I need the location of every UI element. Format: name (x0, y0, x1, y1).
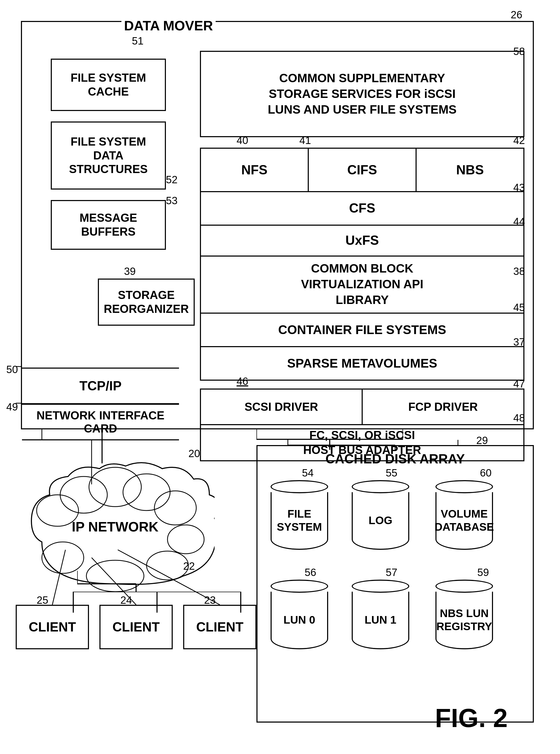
ref-48: 48 (514, 412, 525, 424)
ref-55: 55 (386, 467, 398, 479)
ref-53: 53 (166, 195, 178, 207)
ref-41: 41 (299, 135, 311, 146)
storage-reorg-box: STORAGE REORGANIZER (98, 278, 195, 326)
ref-44: 44 (514, 216, 525, 228)
cached-disk-label: CACHED DISK ARRAY (325, 451, 465, 466)
ref-29: 29 (476, 434, 488, 446)
client-25-box: CLIENT (16, 605, 89, 649)
ref-58: 58 (514, 45, 525, 57)
ref-23: 23 (204, 594, 216, 606)
data-mover-label: DATA MOVER (121, 18, 216, 34)
file-system-cache-box: FILE SYSTEM CACHE (51, 59, 166, 111)
ref-52: 52 (166, 174, 178, 186)
ref-25: 25 (37, 594, 48, 606)
volume-db-cylinder: VOLUME DATABASE (436, 480, 493, 550)
ref-39: 39 (124, 266, 136, 277)
cloud-to-junction-line (77, 571, 234, 597)
svg-point-23 (60, 477, 107, 513)
svg-text:IP NETWORK: IP NETWORK (72, 519, 159, 534)
ref-43: 43 (514, 182, 525, 193)
ref-22: 22 (183, 560, 195, 572)
ref-50: 50 (6, 364, 18, 375)
lun0-cyl-label: LUN 0 (283, 614, 315, 626)
ref-45: 45 (514, 302, 525, 313)
protocol-row: NFS CIFS NBS (200, 148, 524, 192)
cbv-row: COMMON BLOCK VIRTUALIZATION API LIBRARY (200, 256, 524, 314)
client-24-box: CLIENT (99, 605, 173, 649)
log-cylinder: LOG (352, 480, 409, 550)
message-buffers-box: MESSAGE BUFFERS (51, 200, 166, 250)
cached-disk-box: CACHED DISK ARRAY FILE SYSTEM 54 LOG 55 … (257, 445, 534, 722)
sparse-row: SPARSE METAVOLUMES (200, 347, 524, 381)
svg-point-30 (42, 542, 84, 573)
figure-label: FIG. 2 (435, 703, 508, 733)
svg-point-26 (154, 491, 196, 525)
svg-point-25 (123, 474, 170, 510)
uxfs-row: UxFS (200, 225, 524, 256)
ref-46: 46 (237, 375, 248, 387)
file-system-cylinder: FILE SYSTEM (271, 480, 328, 550)
message-buffers-label: MESSAGE BUFFERS (80, 211, 137, 239)
svg-point-27 (167, 525, 204, 554)
data-mover-box: DATA MOVER 26 51 FILE SYSTEM CACHE FILE … (21, 21, 534, 429)
hba-to-disk-line (257, 429, 403, 450)
client-23-box: CLIENT (183, 605, 257, 649)
file-system-data-box: FILE SYSTEM DATA STRUCTURES (51, 121, 166, 190)
ref-38: 38 (514, 266, 525, 277)
container-fs-row: CONTAINER FILE SYSTEMS (200, 313, 524, 347)
storage-reorg-label: STORAGE REORGANIZER (104, 288, 189, 316)
cfs-row: CFS (200, 192, 524, 226)
supplementary-box: COMMON SUPPLEMENTARY STORAGE SERVICES FO… (200, 51, 524, 137)
file-system-data-label: FILE SYSTEM DATA STRUCTURES (69, 135, 148, 176)
ref-24: 24 (120, 594, 132, 606)
tcpip-row: TCP/IP (22, 368, 179, 404)
diagram: DATA MOVER 26 51 FILE SYSTEM CACHE FILE … (0, 0, 560, 754)
lun0-cylinder: LUN 0 (271, 580, 328, 649)
ref-26: 26 (511, 9, 523, 21)
log-cyl-label: LOG (369, 514, 393, 527)
file-system-cache-label: FILE SYSTEM CACHE (71, 71, 146, 99)
file-system-cyl-label: FILE SYSTEM (277, 507, 322, 534)
ref-37: 37 (514, 336, 525, 348)
ref-57: 57 (386, 566, 398, 578)
lun1-cyl-label: LUN 1 (364, 614, 396, 626)
nbs-lun-cyl-label: NBS LUN REGISTRY (436, 607, 492, 633)
nbs-lun-cylinder: NBS LUN REGISTRY (436, 580, 493, 649)
ref-56: 56 (305, 566, 316, 578)
fcp-driver-cell: FCP DRIVER (363, 390, 523, 424)
ref-60: 60 (480, 467, 492, 479)
nbs-cell: NBS (417, 149, 523, 191)
ref-51: 51 (132, 35, 144, 47)
supplementary-label: COMMON SUPPLEMENTARY STORAGE SERVICES FO… (268, 71, 457, 117)
scsi-driver-cell: SCSI DRIVER (201, 390, 363, 424)
ref-40: 40 (237, 135, 248, 146)
ref-54: 54 (302, 467, 314, 479)
ref-59: 59 (477, 566, 489, 578)
lun1-cylinder: LUN 1 (352, 580, 409, 649)
cbv-label: COMMON BLOCK VIRTUALIZATION API LIBRARY (301, 261, 423, 308)
ref-42: 42 (514, 135, 525, 146)
ref-47: 47 (514, 378, 525, 390)
volume-db-cyl-label: VOLUME DATABASE (434, 507, 494, 534)
driver-row: SCSI DRIVER FCP DRIVER (200, 388, 524, 425)
ref-49: 49 (6, 401, 18, 413)
ref-20: 20 (188, 448, 200, 460)
cifs-cell: CIFS (309, 149, 417, 191)
svg-point-24 (89, 467, 141, 507)
nfs-cell: NFS (201, 149, 309, 191)
nic-to-cloud-line (76, 429, 128, 463)
